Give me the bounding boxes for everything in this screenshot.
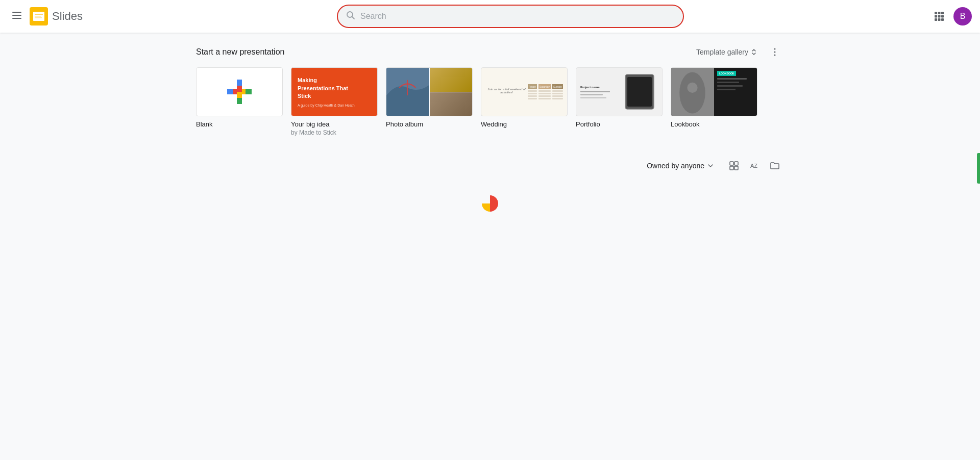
app-header: Slides [0,0,980,33]
wedding-line [538,95,551,97]
portfolio-text-side: Project name [580,86,618,98]
svg-rect-33 [734,166,738,170]
view-icons: AZ [725,157,784,175]
lookbook-photo-svg [671,68,714,116]
svg-rect-30 [730,162,733,165]
lookbook-line [717,78,747,80]
search-container [327,5,694,28]
sort-az-button[interactable]: AZ [745,157,764,175]
photo-cell-top-right [430,68,473,92]
svg-rect-0 [12,12,21,13]
templates-grid: Blank MakingPresentations ThatStick A gu… [196,67,784,136]
svg-text:AZ: AZ [750,163,757,169]
template-big-idea[interactable]: MakingPresentations ThatStick A guide by… [291,67,378,136]
portfolio-line [580,94,603,95]
template-portfolio-label: Portfolio [576,120,663,128]
svg-point-28 [679,72,705,114]
wedding-line [552,98,563,99]
wedding-col-1: Friday [528,84,537,99]
photo-album-grid [386,68,472,116]
template-wedding[interactable]: Join us for a full weekend of activities… [481,67,568,136]
wedding-line [528,98,537,99]
wedding-col-header-3: Sunday [552,84,563,89]
wedding-line [538,98,551,99]
svg-rect-14 [938,15,941,18]
section-title: Start a new presentation [196,47,284,57]
vertical-dots-icon [770,47,780,57]
template-photo-album-thumb [386,67,473,116]
scrollbar-edge[interactable] [977,153,980,184]
apps-button[interactable] [929,6,949,27]
lookbook-line [717,82,739,83]
header-left: Slides [8,7,110,27]
template-photo-album[interactable]: Photo album [386,67,473,136]
wedding-columns: Friday Saturday [528,84,563,99]
search-icon [346,11,355,22]
template-big-idea-thumb: MakingPresentations ThatStick A guide by… [291,67,378,116]
portfolio-project-label: Project name [580,86,618,89]
app-logo[interactable]: Slides [30,7,83,25]
template-lookbook[interactable]: LOOKBOOK Lookbook [671,67,757,136]
wedding-line [552,93,563,94]
plus-vertical [237,80,242,104]
svg-rect-13 [935,15,937,18]
slides-logo-icon [30,7,48,25]
svg-point-20 [774,52,776,53]
template-lookbook-thumb: LOOKBOOK [671,67,757,116]
template-blank-thumb [196,67,283,116]
more-options-button[interactable] [766,45,784,59]
template-portfolio-thumb: Project name [576,67,663,116]
template-blank[interactable]: Blank [196,67,283,136]
svg-rect-2 [12,18,21,19]
filter-row: Owned by anyone AZ [184,157,796,175]
portfolio-device-side [621,73,658,110]
template-gallery-button[interactable]: Template gallery [692,45,762,59]
svg-rect-10 [935,12,937,14]
user-avatar[interactable]: B [953,7,972,25]
portfolio-line [580,91,610,92]
svg-rect-18 [941,18,944,21]
chevron-down-icon [706,162,715,170]
portfolio-line [580,97,606,98]
svg-point-19 [774,48,776,50]
svg-rect-6 [35,16,41,17]
template-portfolio[interactable]: Project name Portfolio [576,67,663,136]
loading-spinner [482,195,498,212]
search-input[interactable] [360,12,675,21]
bridge-svg [386,68,429,116]
plus-cross [227,80,252,104]
lookbook-line [717,85,743,87]
lookbook-text-side: LOOKBOOK [714,68,757,116]
folder-view-button[interactable] [766,157,784,175]
chevron-up-down-icon [750,48,757,56]
template-wedding-thumb: Join us for a full weekend of activities… [481,67,568,116]
templates-header: Start a new presentation Template galler… [196,45,784,59]
svg-point-21 [774,55,776,56]
wedding-line [528,95,537,97]
lookbook-line [717,89,736,90]
wedding-line [552,95,563,97]
svg-rect-15 [941,15,944,18]
photo-cell-main [386,68,429,116]
owned-by-button[interactable]: Owned by anyone [643,159,719,173]
lookbook-grid: LOOKBOOK [671,68,757,116]
svg-rect-31 [734,162,738,165]
template-big-idea-sublabel: by Made to Stick [291,129,378,136]
big-idea-main-text: MakingPresentations ThatStick [298,76,348,100]
grid-icon [729,161,739,170]
wedding-line [538,93,551,94]
hamburger-menu-button[interactable] [8,7,26,27]
svg-line-9 [352,16,355,19]
svg-rect-11 [938,12,941,14]
svg-rect-1 [12,15,21,16]
svg-rect-32 [730,166,733,170]
svg-rect-5 [35,14,43,15]
wedding-col-2: Saturday [538,84,551,99]
big-idea-author-text: A guide by Chip Heath & Dan Heath [298,104,355,107]
template-blank-label: Blank [196,120,283,128]
templates-section: Start a new presentation Template galler… [0,33,980,144]
tablet-icon [624,73,655,110]
template-big-idea-label: Your big idea [291,120,378,128]
grid-view-button[interactable] [725,157,743,175]
sort-az-icon: AZ [750,161,759,170]
